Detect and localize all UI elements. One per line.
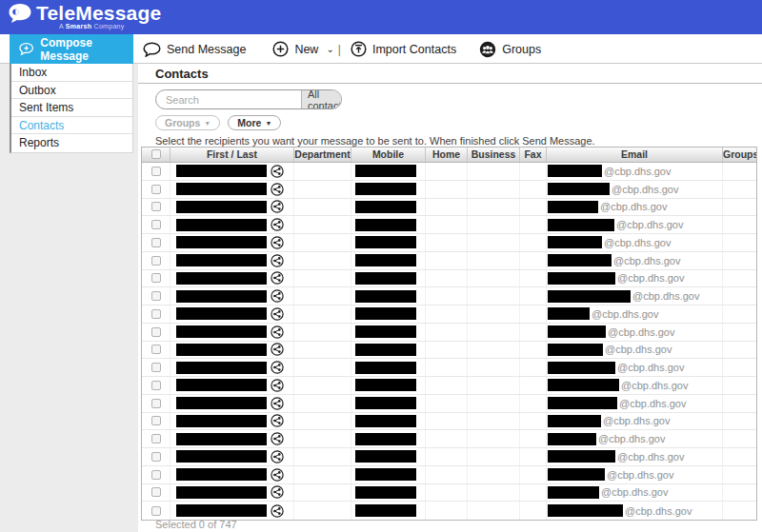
contact-share-icon[interactable] (271, 361, 284, 374)
email-redaction (548, 325, 606, 338)
contact-share-icon[interactable] (271, 271, 284, 285)
name-redaction (176, 362, 267, 374)
groups-cell (723, 395, 756, 412)
name-redaction (176, 468, 267, 481)
business-cell (468, 484, 520, 502)
contacts-filter-dropdown[interactable]: All contacts ⌄ (301, 90, 342, 108)
contact-share-icon[interactable] (271, 468, 284, 482)
row-checkbox[interactable] (151, 291, 161, 301)
home-cell (426, 342, 468, 359)
row-checkbox[interactable] (151, 220, 161, 229)
toolbar-separator: | (338, 43, 341, 56)
import-contacts-button[interactable]: Import Contacts (351, 41, 456, 57)
action-buttons-row: Groups ▼ More ▼ (155, 115, 281, 130)
row-checkbox[interactable] (151, 345, 161, 354)
email-redaction (548, 450, 615, 463)
contact-share-icon[interactable] (271, 307, 284, 321)
contact-share-icon[interactable] (271, 236, 284, 249)
row-checkbox[interactable] (151, 185, 161, 194)
row-checkbox[interactable] (151, 238, 161, 247)
groups-button[interactable]: Groups (479, 41, 541, 58)
name-redaction (176, 290, 267, 303)
contact-share-icon[interactable] (271, 165, 284, 178)
table-row: @cbp.dhs.gov (142, 234, 756, 252)
groups-filter-button[interactable]: Groups ▼ (155, 115, 220, 130)
contact-share-icon[interactable] (271, 254, 284, 267)
table-row: @cbp.dhs.gov (142, 430, 756, 448)
row-checkbox[interactable] (151, 256, 161, 266)
department-cell (294, 252, 351, 269)
compose-message-label: Compose Message (40, 36, 133, 63)
first-last-cell (170, 466, 294, 483)
row-checkbox[interactable] (151, 487, 161, 497)
contact-share-icon[interactable] (271, 183, 284, 196)
contacts-table: First / Last Department Mobile Home Busi… (141, 147, 757, 521)
name-redaction (176, 307, 267, 320)
email-domain: @cbp.dhs.gov (601, 486, 669, 498)
contact-share-icon[interactable] (271, 504, 284, 518)
name-redaction (176, 272, 267, 285)
department-cell (294, 484, 351, 502)
row-checkbox[interactable] (151, 434, 161, 443)
contact-share-icon[interactable] (271, 450, 284, 463)
row-checkbox[interactable] (151, 416, 161, 425)
table-row: @cbp.dhs.gov (142, 359, 756, 377)
send-message-button[interactable]: Send Message (143, 42, 246, 57)
row-checkbox[interactable] (151, 363, 161, 372)
contact-share-icon[interactable] (271, 379, 284, 392)
business-cell (468, 252, 520, 269)
selection-status: Selected 0 of 747 (155, 519, 237, 530)
compose-message-button[interactable]: Compose Message (10, 34, 133, 64)
sidebar-item-outbox[interactable]: Outbox (11, 82, 132, 100)
name-redaction (176, 486, 267, 499)
groups-cell (723, 199, 756, 216)
row-checkbox[interactable] (151, 399, 161, 408)
new-button[interactable]: New ⌄ (272, 41, 333, 57)
name-redaction (176, 201, 267, 213)
contact-share-icon[interactable] (271, 200, 284, 213)
more-button[interactable]: More ▼ (228, 115, 281, 130)
contact-share-icon[interactable] (271, 218, 284, 231)
row-checkbox[interactable] (151, 309, 161, 319)
contact-share-icon[interactable] (271, 397, 284, 410)
contact-share-icon[interactable] (271, 485, 284, 499)
name-redaction (176, 379, 267, 391)
email-domain: @cbp.dhs.gov (604, 166, 672, 177)
row-checkbox[interactable] (151, 202, 161, 211)
email-redaction (548, 344, 603, 356)
row-checkbox[interactable] (151, 273, 161, 283)
mobile-cell (351, 448, 426, 465)
contact-share-icon[interactable] (271, 325, 284, 339)
contact-share-icon[interactable] (271, 414, 284, 427)
email-cell: @cbp.dhs.gov (547, 305, 723, 323)
toolbar-items: Send Message New ⌄ | Import Contacts (143, 34, 541, 64)
instruction-text: Select the recipients you want your mess… (155, 135, 595, 147)
table-header-row: First / Last Department Mobile Home Busi… (142, 148, 756, 163)
mobile-redaction (355, 290, 416, 303)
new-chevron-down-icon[interactable]: ⌄ (326, 44, 333, 54)
business-cell (468, 413, 520, 430)
row-checkbox[interactable] (151, 381, 161, 390)
row-checkbox[interactable] (151, 452, 161, 462)
first-last-cell (170, 448, 294, 465)
contact-share-icon[interactable] (271, 343, 284, 356)
row-checkbox[interactable] (151, 506, 161, 516)
row-checkbox[interactable] (151, 167, 161, 176)
row-checkbox[interactable] (151, 327, 161, 337)
table-row: @cbp.dhs.gov (142, 305, 756, 324)
contact-share-icon[interactable] (271, 432, 284, 445)
select-all-checkbox[interactable] (151, 149, 161, 159)
department-cell (294, 305, 351, 323)
table-row: @cbp.dhs.gov (142, 377, 756, 395)
sidebar-item-inbox[interactable]: Inbox (11, 64, 132, 82)
sidebar-item-contacts[interactable]: Contacts (11, 117, 132, 135)
row-checkbox[interactable] (151, 470, 161, 480)
search-input[interactable] (156, 94, 301, 106)
first-last-cell (170, 181, 294, 198)
first-last-cell (170, 324, 294, 341)
contact-share-icon[interactable] (271, 289, 284, 303)
mobile-redaction (355, 504, 416, 517)
sidebar-item-sent-items[interactable]: Sent Items (11, 99, 132, 117)
sidebar-item-reports[interactable]: Reports (11, 134, 132, 152)
mobile-redaction (355, 344, 416, 356)
